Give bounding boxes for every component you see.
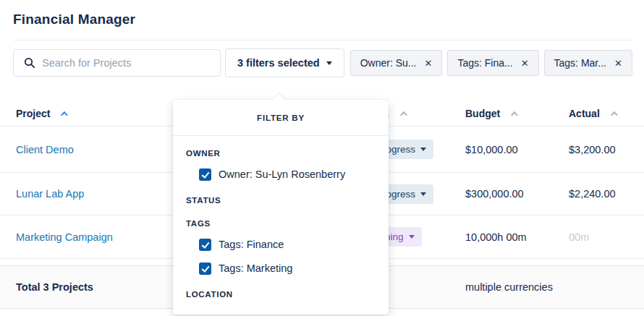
filter-panel-title: FILTER BY xyxy=(173,100,389,136)
sort-icon xyxy=(511,111,518,118)
filter-section-status: STATUS xyxy=(186,195,389,206)
filter-chip-tags-finance[interactable]: Tags: Fina... ✕ xyxy=(447,50,538,76)
checkbox-checked-icon[interactable] xyxy=(199,262,211,275)
filter-option-tags-marketing[interactable]: Tags: Marketing xyxy=(199,260,389,277)
chip-label: Tags: Mar... xyxy=(554,57,606,69)
filter-chip-owner[interactable]: Owner: Su... ✕ xyxy=(350,50,443,76)
filter-option-tags-finance[interactable]: Tags: Finance xyxy=(199,236,389,253)
filters-button-label: 3 filters selected xyxy=(237,57,320,69)
page-title: Financial Manager xyxy=(13,12,644,27)
project-link[interactable]: Lunar Lab App xyxy=(16,188,84,200)
budget-cell: 10,000h 00m xyxy=(465,231,569,243)
checkbox-checked-icon[interactable] xyxy=(199,168,211,181)
filter-option-owner[interactable]: Owner: Su-Lyn Rosenberry xyxy=(199,166,389,183)
search-box[interactable] xyxy=(13,49,221,77)
budget-cell: $300,000.00 xyxy=(465,188,569,200)
column-header-actual[interactable]: Actual xyxy=(569,108,644,126)
checkbox-checked-icon[interactable] xyxy=(199,239,211,251)
search-input[interactable] xyxy=(42,57,213,69)
chevron-down-icon xyxy=(326,61,332,65)
chevron-down-icon xyxy=(420,192,426,196)
close-icon[interactable]: ✕ xyxy=(521,58,529,69)
budget-cell: $10,000.00 xyxy=(465,144,569,155)
close-icon[interactable]: ✕ xyxy=(424,58,432,69)
actual-cell: 00m xyxy=(569,231,644,243)
column-header-budget[interactable]: Budget xyxy=(465,108,569,126)
filter-dropdown-panel: FILTER BY OWNER Owner: Su-Lyn Rosenberry… xyxy=(173,100,389,315)
project-link[interactable]: Client Demo xyxy=(16,144,74,155)
filter-section-location: LOCATION xyxy=(186,289,389,300)
filter-section-owner: OWNER xyxy=(186,148,389,159)
toolbar: 3 filters selected Owner: Su... ✕ Tags: … xyxy=(13,40,632,77)
chevron-down-icon xyxy=(420,148,426,151)
actual-cell: $2,240.00 xyxy=(569,188,644,200)
close-icon[interactable]: ✕ xyxy=(614,58,622,69)
sort-icon xyxy=(611,111,618,118)
sort-asc-icon xyxy=(61,111,68,118)
chip-label: Owner: Su... xyxy=(360,57,417,69)
project-link[interactable]: Marketing Campaign xyxy=(16,231,113,243)
filter-chip-tags-marketing[interactable]: Tags: Mar... ✕ xyxy=(544,50,632,76)
chevron-down-icon xyxy=(409,235,415,239)
filters-dropdown-button[interactable]: 3 filters selected xyxy=(225,48,344,77)
chip-label: Tags: Fina... xyxy=(457,57,512,69)
actual-cell: $3,200.00 xyxy=(569,144,644,155)
sort-icon xyxy=(400,111,407,118)
search-icon xyxy=(24,57,35,69)
filter-chips: Owner: Su... ✕ Tags: Fina... ✕ Tags: Mar… xyxy=(350,50,632,76)
financial-manager-page: Financial Manager 3 filters selected Own… xyxy=(0,12,644,316)
budget-summary: multiple currencies xyxy=(465,281,569,293)
filter-section-tags: TAGS xyxy=(186,218,389,229)
